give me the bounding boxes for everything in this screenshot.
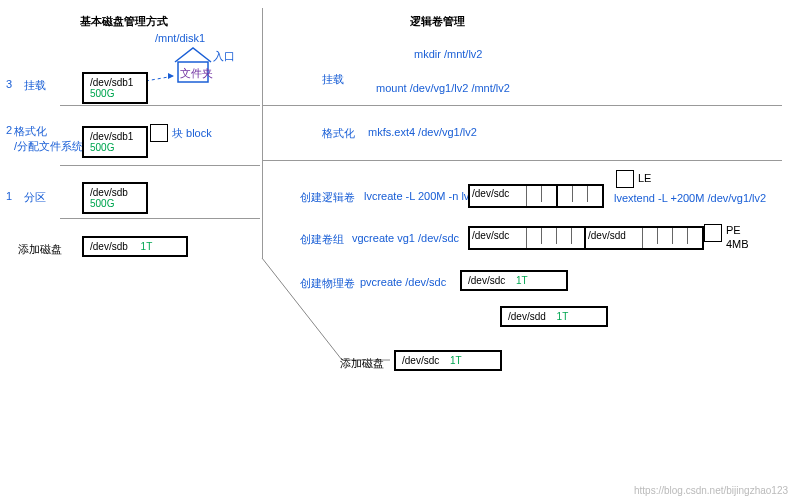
lv-grid-1: /dev/sdc [468, 184, 558, 208]
block-label: 块 block [172, 126, 212, 141]
folder-label: 文件夹 [180, 66, 213, 81]
right-hline-mid [262, 160, 782, 161]
left-hline2 [60, 165, 260, 166]
entry-label: 入口 [213, 49, 235, 64]
left-hline3 [60, 218, 260, 219]
mountpoint-path: /mnt/disk1 [155, 32, 205, 44]
dev: /dev/sdb1 [90, 77, 133, 88]
size: 500G [90, 198, 114, 209]
vg-grid-d: /dev/sdd [584, 226, 704, 250]
pv-box-d: /dev/sdd 1T [500, 306, 608, 327]
right-hline-top [262, 105, 782, 106]
size: 1T [557, 311, 569, 322]
size: 1T [516, 275, 528, 286]
dev: /dev/sdd [586, 228, 643, 248]
r-mount-label: 挂载 [322, 72, 344, 87]
lv-grid-2 [556, 184, 604, 208]
disk-sdb-part: /dev/sdb 500G [82, 182, 148, 214]
watermark: https://blog.csdn.net/bijingzhao123 [634, 485, 788, 496]
dev: /dev/sdb1 [90, 131, 133, 142]
dev: /dev/sdc [468, 275, 505, 286]
block-icon [150, 124, 168, 142]
r-format-label: 格式化 [322, 126, 355, 141]
le-label: LE [638, 172, 651, 184]
dev: /dev/sdd [508, 311, 546, 322]
dev: /dev/sdb [90, 241, 128, 252]
size: 500G [90, 88, 114, 99]
size: 500G [90, 142, 114, 153]
r-format-cmd: mkfs.ext4 /dev/vg1/lv2 [368, 126, 477, 138]
r-vg-label: 创建卷组 [300, 232, 344, 247]
r-mountcmd: mount /dev/vg1/lv2 /mnt/lv2 [376, 82, 510, 94]
step1-num: 1 [6, 190, 12, 202]
title-right: 逻辑卷管理 [410, 14, 465, 29]
adddisk-label-left: 添加磁盘 [18, 242, 62, 257]
step2-num: 2 [6, 124, 12, 136]
r-pv-cmd: pvcreate /dev/sdc [360, 276, 446, 288]
le-box [616, 170, 634, 188]
step3-num: 3 [6, 78, 12, 90]
disk-sdb-add: /dev/sdb 1T [82, 236, 188, 257]
left-hline1 [60, 105, 260, 106]
svg-line-0 [262, 258, 342, 360]
step2-text: 格式化 /分配文件系统 [14, 124, 83, 154]
r-lv-label: 创建逻辑卷 [300, 190, 355, 205]
dev: /dev/sdc [402, 355, 439, 366]
adddisk-box-right: /dev/sdc 1T [394, 350, 502, 371]
r-vg-cmd: vgcreate vg1 /dev/sdc [352, 232, 459, 244]
title-left: 基本磁盘管理方式 [80, 14, 168, 29]
pe-size: 4MB [726, 238, 749, 250]
dev: /dev/sdb [90, 187, 128, 198]
step1-text: 分区 [24, 190, 46, 205]
r-mkdir: mkdir /mnt/lv2 [414, 48, 482, 60]
dev: /dev/sdc [470, 228, 527, 248]
center-vline [262, 8, 263, 258]
adddisk-label-right: 添加磁盘 [340, 356, 384, 371]
step3-text: 挂载 [24, 78, 46, 93]
svg-marker-3 [168, 73, 174, 79]
pv-box-c: /dev/sdc 1T [460, 270, 568, 291]
size: 1T [141, 241, 153, 252]
vg-grid-c: /dev/sdc [468, 226, 588, 250]
disk-sdb1-2: /dev/sdb1 500G [82, 126, 148, 158]
disk-sdb1-1: /dev/sdb1 500G [82, 72, 148, 104]
r-pv-label: 创建物理卷 [300, 276, 355, 291]
dev: /dev/sdc [470, 186, 527, 206]
pe-label: PE [726, 224, 741, 236]
lvextend-cmd: lvextend -L +200M /dev/vg1/lv2 [614, 192, 766, 204]
pe-box [704, 224, 722, 242]
size: 1T [450, 355, 462, 366]
